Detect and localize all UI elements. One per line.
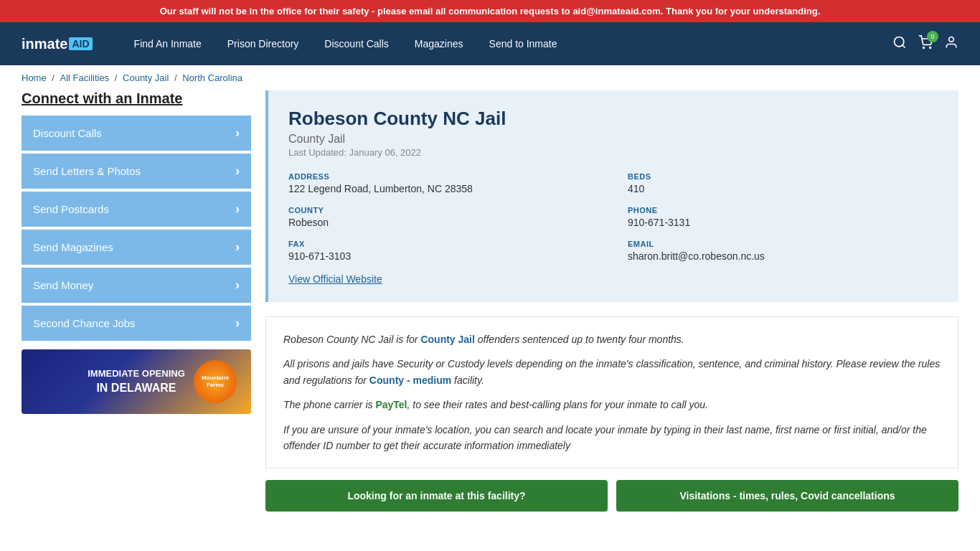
email-block: EMAIL sharon.britt@co.robeson.nc.us — [628, 240, 938, 262]
chevron-right-icon: › — [235, 278, 240, 293]
official-website-link[interactable]: View Official Website — [288, 273, 382, 285]
beds-label: BEDS — [628, 172, 938, 181]
facility-type: County Jail — [288, 133, 938, 146]
sidebar: Connect with an Inmate Discount Calls › … — [22, 90, 251, 512]
sidebar-btn-postcards[interactable]: Send Postcards › — [22, 192, 251, 227]
desc-para1: Robeson County NC Jail is for County Jai… — [283, 331, 941, 347]
alert-banner: Our staff will not be in the office for … — [0, 0, 980, 22]
nav-discount-calls[interactable]: Discount Calls — [311, 32, 401, 55]
header: inmateAID Find An Inmate Prison Director… — [0, 22, 980, 65]
email-value: sharon.britt@co.robeson.nc.us — [628, 250, 938, 262]
beds-value: 410 — [628, 183, 938, 194]
chevron-right-icon: › — [235, 240, 240, 255]
email-label: EMAIL — [628, 240, 938, 248]
nav-prison-directory[interactable]: Prison Directory — [215, 32, 312, 55]
facility-card: Robeson County NC Jail County Jail Last … — [265, 90, 958, 302]
breadcrumb-north-carolina[interactable]: North Carolina — [182, 72, 242, 83]
breadcrumb-home[interactable]: Home — [22, 72, 47, 83]
breadcrumb-county-jail[interactable]: County Jail — [123, 72, 169, 83]
action-buttons: Looking for an inmate at this facility? … — [265, 480, 958, 512]
nav-send-to-inmate[interactable]: Send to Inmate — [476, 32, 570, 55]
ad-text: IMMEDIATE OPENING IN DELAWARE — [82, 362, 191, 402]
user-icon[interactable] — [944, 35, 958, 53]
chevron-right-icon: › — [235, 126, 240, 141]
facility-info-grid: ADDRESS 122 Legend Road, Lumberton, NC 2… — [288, 172, 938, 262]
cart-icon[interactable]: 0 — [918, 35, 933, 53]
phone-block: PHONE 910-671-3131 — [628, 206, 938, 228]
ad-logo: Mountaire Farms — [194, 360, 237, 403]
ad-banner[interactable]: IMMEDIATE OPENING IN DELAWARE Mountaire … — [22, 349, 251, 414]
nav-magazines[interactable]: Magazines — [402, 32, 476, 55]
county-value: Robeson — [288, 217, 599, 228]
sidebar-btn-letters[interactable]: Send Letters & Photos › — [22, 154, 251, 189]
svg-point-3 — [930, 47, 931, 48]
svg-point-4 — [949, 37, 954, 42]
svg-line-1 — [903, 44, 905, 47]
content: Robeson County NC Jail County Jail Last … — [265, 90, 958, 512]
desc-para4: If you are unsure of your inmate's locat… — [283, 422, 941, 454]
svg-point-2 — [923, 47, 925, 48]
svg-point-0 — [895, 37, 904, 46]
beds-block: BEDS 410 — [628, 172, 938, 194]
sidebar-btn-send-money[interactable]: Send Money › — [22, 268, 251, 303]
cart-badge: 0 — [927, 31, 938, 42]
desc-para3: The phone carrier is PayTel, to see thei… — [283, 397, 941, 413]
desc-para2: All prisons and jails have Security or C… — [283, 356, 941, 388]
breadcrumb-all-facilities[interactable]: All Facilities — [60, 72, 110, 83]
phone-value: 910-671-3131 — [628, 217, 938, 228]
logo[interactable]: inmateAID — [22, 36, 93, 52]
facility-name: Robeson County NC Jail — [288, 108, 938, 130]
facility-updated: Last Updated: January 06, 2022 — [288, 147, 938, 158]
chevron-right-icon: › — [235, 316, 240, 331]
address-value: 122 Legend Road, Lumberton, NC 28358 — [288, 183, 599, 194]
county-block: COUNTY Robeson — [288, 206, 599, 228]
breadcrumb: Home / All Facilities / County Jail / No… — [0, 65, 980, 90]
fax-value: 910-671-3103 — [288, 250, 599, 262]
paytel-link[interactable]: PayTel — [375, 399, 407, 410]
county-jail-link[interactable]: County Jail — [420, 334, 474, 345]
fax-label: FAX — [288, 240, 599, 248]
address-block: ADDRESS 122 Legend Road, Lumberton, NC 2… — [288, 172, 599, 194]
nav-find-inmate[interactable]: Find An Inmate — [121, 32, 215, 55]
address-label: ADDRESS — [288, 172, 599, 181]
sidebar-btn-discount-calls[interactable]: Discount Calls › — [22, 116, 251, 151]
county-medium-link[interactable]: County - medium — [369, 375, 451, 386]
logo-aid: AID — [69, 37, 92, 50]
phone-label: PHONE — [628, 206, 938, 215]
fax-block: FAX 910-671-3103 — [288, 240, 599, 262]
lookup-inmate-button[interactable]: Looking for an inmate at this facility? — [265, 480, 608, 512]
sidebar-btn-second-chance[interactable]: Second Chance Jobs › — [22, 306, 251, 341]
main-layout: Connect with an Inmate Discount Calls › … — [0, 90, 980, 533]
search-icon[interactable] — [892, 35, 907, 53]
sidebar-btn-magazines[interactable]: Send Magazines › — [22, 230, 251, 265]
visitations-button[interactable]: Visitations - times, rules, Covid cancel… — [616, 480, 958, 512]
county-label: COUNTY — [288, 206, 599, 215]
nav-icons: 0 — [892, 35, 958, 53]
chevron-right-icon: › — [235, 164, 240, 179]
description-card: Robeson County NC Jail is for County Jai… — [265, 316, 958, 468]
main-nav: Find An Inmate Prison Directory Discount… — [121, 32, 892, 55]
chevron-right-icon: › — [235, 202, 240, 217]
sidebar-title: Connect with an Inmate — [22, 90, 251, 107]
